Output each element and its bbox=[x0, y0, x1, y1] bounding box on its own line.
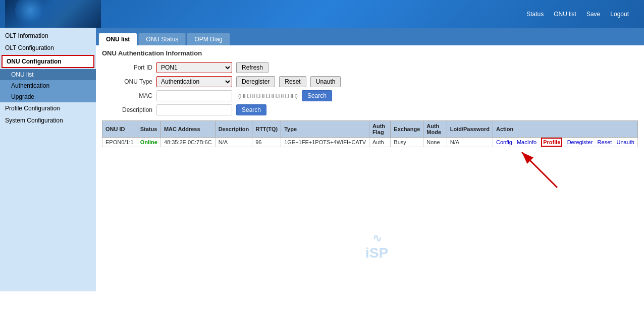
cell-exchange: Busy bbox=[391, 138, 423, 147]
cell-status: Online bbox=[137, 138, 160, 147]
search-mac-button[interactable]: Search bbox=[302, 90, 332, 101]
onu-type-row: ONU Type Authentication All Unauth Dereg… bbox=[102, 76, 638, 87]
reset-button[interactable]: Reset bbox=[279, 76, 306, 87]
status-online: Online bbox=[140, 139, 157, 145]
col-action: Action bbox=[493, 121, 637, 138]
cell-rtt: 96 bbox=[252, 138, 281, 147]
sidebar-subitem-upgrade[interactable]: Upgrade bbox=[0, 91, 96, 102]
port-id-select[interactable]: PON1 PON2 PON3 PON4 bbox=[156, 62, 232, 73]
main-content: ONU Authentication Information Port ID P… bbox=[96, 45, 644, 291]
unauth-button[interactable]: Unauth bbox=[310, 76, 341, 87]
sidebar-subitem-authentication[interactable]: Authentication bbox=[0, 80, 96, 91]
col-description: Description bbox=[215, 121, 252, 138]
sidebar-subitem-onu-list[interactable]: ONU list bbox=[0, 69, 96, 80]
isp-text: iSP bbox=[365, 245, 388, 261]
annotation-arrow bbox=[507, 142, 567, 193]
cell-loid-password: N/A bbox=[447, 138, 493, 147]
refresh-button[interactable]: Refresh bbox=[236, 62, 269, 73]
cell-mac-address: 48:35:2E:0C:7B:6C bbox=[160, 138, 215, 147]
isp-watermark: ∿ iSP bbox=[365, 232, 388, 261]
nav-onu-list[interactable]: ONU list bbox=[554, 11, 576, 18]
col-rtt: RTT(TQ) bbox=[252, 121, 281, 138]
description-label: Description bbox=[102, 106, 152, 113]
nav-save[interactable]: Save bbox=[586, 11, 600, 18]
table-row: EPON0/1:1 Online 48:35:2E:0C:7B:6C N/A 9… bbox=[102, 138, 638, 147]
tab-onu-status[interactable]: ONU Status bbox=[138, 33, 186, 45]
sidebar: OLT Information OLT Configuration ONU Co… bbox=[0, 28, 96, 291]
col-mac-address: MAC Address bbox=[160, 121, 215, 138]
sidebar-item-olt-information[interactable]: OLT Information bbox=[0, 30, 96, 42]
col-auth-mode: Auth Mode bbox=[423, 121, 447, 138]
page-title: ONU Authentication Information bbox=[102, 49, 638, 57]
nav-logout[interactable]: Logout bbox=[610, 11, 629, 18]
col-loid-password: Loid/Password bbox=[447, 121, 493, 138]
top-nav: Status ONU list Save Logout bbox=[526, 11, 639, 18]
col-type: Type bbox=[281, 121, 369, 138]
main-area: ONU list ONU Status OPM Diag ONU Authent… bbox=[96, 28, 644, 291]
logo bbox=[5, 0, 101, 28]
sidebar-item-onu-configuration[interactable]: ONU Configuration bbox=[2, 55, 94, 68]
action-config[interactable]: Config bbox=[496, 139, 512, 145]
action-unauth[interactable]: Unauth bbox=[617, 139, 634, 145]
search-desc-button[interactable]: Search bbox=[236, 104, 266, 115]
cell-type: 1GE+1FE+1POTS+4WIFI+CATV bbox=[281, 138, 369, 147]
sidebar-item-system-configuration[interactable]: System Configuration bbox=[0, 114, 96, 127]
cell-auth-flag: Auth bbox=[369, 138, 390, 147]
cell-auth-mode: None bbox=[423, 138, 447, 147]
action-profile[interactable]: Profile bbox=[541, 138, 562, 147]
top-header: Status ONU list Save Logout bbox=[0, 0, 644, 28]
cell-action: Config MacInfo Profile Deregister Reset bbox=[493, 138, 637, 147]
action-reset[interactable]: Reset bbox=[598, 139, 612, 145]
onu-type-select[interactable]: Authentication All Unauth bbox=[156, 76, 232, 87]
deregister-button[interactable]: Deregister bbox=[236, 76, 275, 87]
tab-onu-list[interactable]: ONU list bbox=[98, 33, 137, 45]
onu-table: ONU ID Status MAC Address Description RT… bbox=[102, 120, 638, 147]
port-id-row: Port ID PON1 PON2 PON3 PON4 Refresh bbox=[102, 62, 638, 73]
mac-hint: (HH:HH:HH:HH:HH:HH) bbox=[238, 93, 298, 99]
onu-type-label: ONU Type bbox=[102, 78, 152, 85]
tab-opm-diag[interactable]: OPM Diag bbox=[187, 33, 230, 45]
mac-input[interactable] bbox=[156, 90, 232, 101]
description-input[interactable] bbox=[156, 104, 232, 115]
tab-bar: ONU list ONU Status OPM Diag bbox=[96, 28, 644, 45]
col-onu-id: ONU ID bbox=[102, 121, 137, 138]
form-area: Port ID PON1 PON2 PON3 PON4 Refresh ONU … bbox=[102, 62, 638, 115]
action-deregister[interactable]: Deregister bbox=[567, 139, 593, 145]
mac-row: MAC (HH:HH:HH:HH:HH:HH) Search bbox=[102, 90, 638, 101]
wifi-icon: ∿ bbox=[372, 232, 382, 245]
sidebar-item-olt-configuration[interactable]: OLT Configuration bbox=[0, 42, 96, 54]
cell-onu-id: EPON0/1:1 bbox=[102, 138, 137, 147]
svg-line-1 bbox=[522, 152, 557, 188]
col-auth-flag: Auth Flag bbox=[369, 121, 390, 138]
sidebar-item-profile-configuration[interactable]: Profile Configuration bbox=[0, 102, 96, 114]
description-row: Description Search bbox=[102, 104, 638, 115]
col-status: Status bbox=[137, 121, 160, 138]
port-id-label: Port ID bbox=[102, 64, 152, 71]
nav-status[interactable]: Status bbox=[526, 11, 544, 18]
table-header-row: ONU ID Status MAC Address Description RT… bbox=[102, 121, 638, 138]
cell-description: N/A bbox=[215, 138, 252, 147]
mac-label: MAC bbox=[102, 92, 152, 99]
col-exchange: Exchange bbox=[391, 121, 423, 138]
action-macinfo[interactable]: MacInfo bbox=[517, 139, 536, 145]
